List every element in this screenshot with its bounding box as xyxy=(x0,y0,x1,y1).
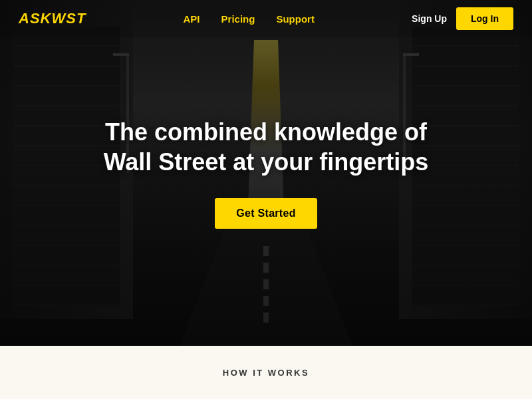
login-button[interactable]: Log In xyxy=(456,7,513,30)
logo[interactable]: AskWST xyxy=(19,10,86,27)
nav-link-api[interactable]: API xyxy=(184,13,200,25)
how-it-works-title: HOW IT WORKS xyxy=(223,368,309,378)
hero-content: The combined knowledge of Wall Street at… xyxy=(90,117,442,229)
hero-section: The combined knowledge of Wall Street at… xyxy=(0,0,532,346)
hero-title: The combined knowledge of Wall Street at… xyxy=(104,117,429,177)
signup-button[interactable]: Sign Up xyxy=(412,13,447,24)
navbar: AskWST API Pricing Support Sign Up Log I… xyxy=(0,0,532,37)
nav-links: API Pricing Support xyxy=(184,13,315,25)
nav-link-support[interactable]: Support xyxy=(276,13,315,25)
get-started-button[interactable]: Get Started xyxy=(215,198,317,229)
nav-link-pricing[interactable]: Pricing xyxy=(221,13,255,25)
nav-actions: Sign Up Log In xyxy=(412,7,513,30)
how-it-works-section: HOW IT WORKS xyxy=(0,346,532,399)
